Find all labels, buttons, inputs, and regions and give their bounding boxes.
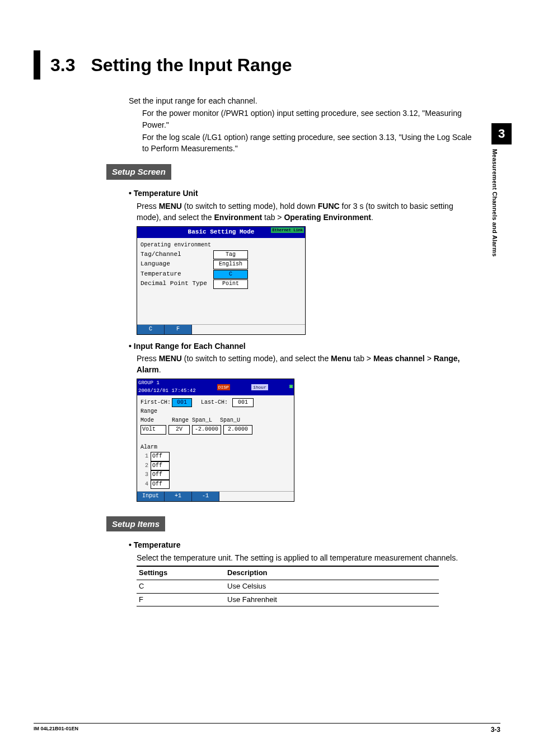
- table-row: F Use Fahrenheit: [137, 593, 439, 606]
- device-screen-range-alarm: GROUP 12008/12/01 17:45:42 DISP 1hour ◙ …: [137, 379, 294, 501]
- page-footer: IM 04L21B01-01EN 3-3: [34, 723, 500, 734]
- title-bar: [34, 50, 40, 80]
- side-tab: 3 Measurement Channels and Alarms: [491, 123, 512, 256]
- temperature-paragraph: Select the temperature unit. The setting…: [137, 552, 478, 563]
- screen2-foot-minus1: -1: [192, 492, 219, 501]
- ethernet-badge: Ethernet Link: [271, 227, 304, 233]
- device-screen-basic-setting: Basic Setting Mode Ethernet Link Operati…: [137, 226, 306, 334]
- screen1-subhead: Operating environment: [140, 241, 302, 250]
- setup-items-label: Setup Items: [106, 516, 165, 532]
- screen1-foot-f: F: [165, 325, 192, 334]
- doc-code: IM 04L21B01-01EN: [34, 726, 78, 734]
- input-range-heading: Input Range for Each Channel: [129, 340, 478, 352]
- temp-unit-heading: Temperature Unit: [129, 188, 478, 199]
- record-icon: ◙: [289, 383, 293, 391]
- setup-screen-label: Setup Screen: [106, 164, 171, 180]
- temp-unit-paragraph: Press MENU (to switch to setting mode), …: [137, 200, 478, 223]
- table-header-settings: Settings: [137, 566, 225, 580]
- temperature-settings-table: Settings Description C Use Celsius F Use…: [137, 566, 439, 607]
- disp-badge: DISP: [217, 384, 230, 391]
- input-range-paragraph: Press MENU (to switch to setting mode), …: [137, 353, 478, 376]
- running-head: Measurement Channels and Alarms: [491, 144, 498, 256]
- lead-text: Set the input range for each channel.: [129, 95, 478, 106]
- screen1-title: Basic Setting Mode: [188, 228, 255, 237]
- page-number: 3-3: [491, 726, 500, 734]
- note-2: For the log scale (/LG1 option) range se…: [142, 132, 478, 155]
- note-1: For the power monitor (/PWR1 option) inp…: [142, 108, 478, 130]
- screen2-foot-plus1: +1: [165, 492, 192, 501]
- chapter-number: 3: [491, 123, 512, 144]
- screen1-foot-c: C: [137, 325, 165, 334]
- section-number: 3.3: [50, 50, 75, 80]
- table-header-description: Description: [225, 566, 439, 580]
- section-title: 3.3 Setting the Input Range: [34, 50, 500, 80]
- temperature-heading: Temperature: [129, 539, 478, 550]
- table-row: C Use Celsius: [137, 580, 439, 593]
- section-heading: Setting the Input Range: [91, 50, 292, 80]
- hour-badge: 1hour: [251, 384, 268, 391]
- screen2-foot-input: Input: [137, 492, 165, 501]
